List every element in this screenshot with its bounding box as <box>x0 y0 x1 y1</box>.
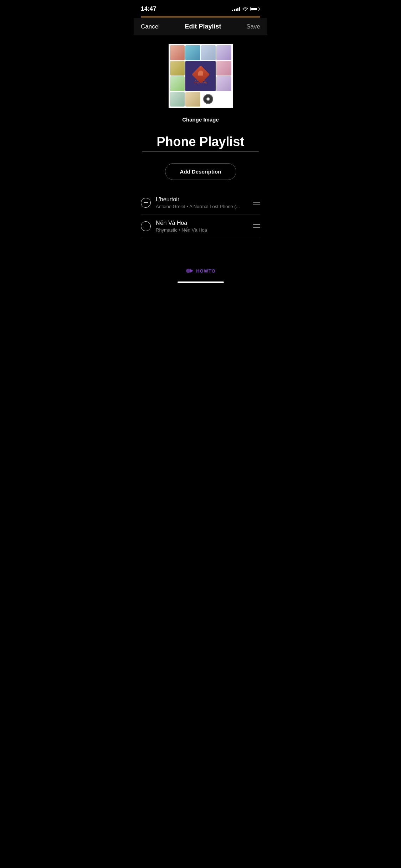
artwork-cell-9 <box>216 76 231 91</box>
track-item: L'heurtoir Antoine Grelet • A Normal Los… <box>141 191 260 215</box>
remove-icon <box>144 226 148 227</box>
artwork-cell-3 <box>201 45 216 60</box>
track-drag-handle[interactable] <box>253 201 260 205</box>
change-image-section: Change Image <box>134 114 267 131</box>
remove-icon <box>144 202 148 203</box>
watermark: HOWTO <box>134 259 267 279</box>
artwork-cell-4 <box>216 45 231 60</box>
add-description-section: Add Description <box>134 163 267 191</box>
wifi-icon <box>242 7 248 11</box>
track-item: Nến Và Hoa Rhymastic • Nến Và Hoa <box>141 215 260 238</box>
track-drag-handle[interactable] <box>253 224 260 228</box>
home-indicator <box>134 279 267 287</box>
vinyl-icon <box>203 94 213 104</box>
artwork-cell-8 <box>170 76 185 91</box>
howto-logo-icon <box>185 267 194 275</box>
drag-line <box>253 202 260 203</box>
nav-header: Cancel Edit Playlist Save <box>134 18 267 35</box>
drag-line <box>253 227 260 228</box>
status-icons <box>232 7 260 11</box>
drag-line <box>253 204 260 205</box>
playlist-name-input[interactable] <box>142 134 259 152</box>
change-image-button[interactable]: Change Image <box>182 117 219 123</box>
cancel-button[interactable]: Cancel <box>141 23 160 30</box>
playlist-artwork[interactable]: A NORMALLOST PHONE <box>169 44 233 108</box>
add-description-button[interactable]: Add Description <box>165 163 236 180</box>
track-meta: Rhymastic • Nến Và Hoa <box>156 227 248 233</box>
drag-line <box>253 201 260 202</box>
signal-icon <box>232 7 240 11</box>
track-meta: Antoine Grelet • A Normal Lost Phone (..… <box>156 204 248 209</box>
save-button[interactable]: Save <box>246 23 260 30</box>
artwork-cell-center: A NORMALLOST PHONE <box>185 61 216 91</box>
track-name: Nến Và Hoa <box>156 219 248 226</box>
artwork-cell-5 <box>170 61 185 76</box>
track-remove-button[interactable] <box>141 198 151 208</box>
artwork-cell-2 <box>185 45 200 60</box>
playlist-artwork-container: A NORMALLOST PHONE <box>134 35 267 114</box>
page-title: Edit Playlist <box>185 23 221 30</box>
track-list: L'heurtoir Antoine Grelet • A Normal Los… <box>134 191 267 238</box>
artwork-cell-1 <box>170 45 185 60</box>
svg-point-0 <box>186 269 190 273</box>
track-info: L'heurtoir Antoine Grelet • A Normal Los… <box>156 196 248 209</box>
artwork-cell-11 <box>185 92 200 107</box>
svg-marker-1 <box>190 269 193 273</box>
track-remove-button[interactable] <box>141 221 151 231</box>
artwork-cell-7 <box>216 61 231 76</box>
drag-line <box>253 226 260 227</box>
status-bar: 14:47 <box>134 0 267 16</box>
artwork-cell-10 <box>170 92 185 107</box>
battery-icon <box>250 7 260 11</box>
home-bar <box>178 281 224 283</box>
track-name: L'heurtoir <box>156 196 248 203</box>
watermark-text: HOWTO <box>196 268 216 274</box>
status-time: 14:47 <box>141 5 156 12</box>
drag-line <box>253 224 260 225</box>
artwork-cell-vinyl <box>201 92 216 107</box>
track-info: Nến Và Hoa Rhymastic • Nến Và Hoa <box>156 219 248 233</box>
playlist-name-section <box>134 131 267 163</box>
